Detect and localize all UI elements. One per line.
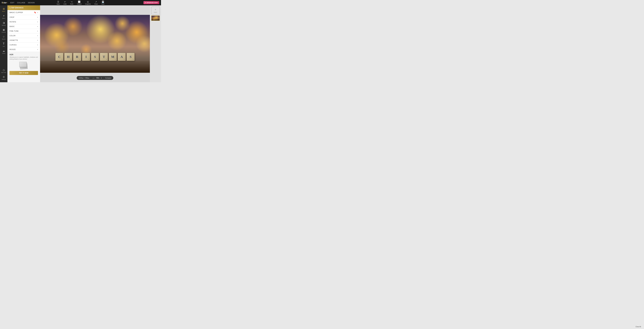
tool-share[interactable]: ↗ Share — [94, 1, 98, 5]
nav-collage[interactable]: COLLAGE — [17, 2, 25, 4]
tool-redo[interactable]: ↪ Redo — [70, 1, 74, 5]
zoom-in-button[interactable]: + — [101, 77, 102, 79]
chevron-down-icon: ▾ — [37, 40, 38, 41]
cloud-icon: ☁ — [2, 50, 5, 52]
photo-background: C 3 H 2 R 1 I 1 — [40, 15, 150, 73]
tool-magic-clipper[interactable]: MAGIC CLIPPER 🔖 ▾ — [8, 10, 40, 15]
tool-undo[interactable]: ↩ Undo — [63, 1, 67, 5]
tool-crop[interactable]: CROP ▾ — [8, 15, 40, 20]
tool-share-label: Share — [94, 3, 98, 5]
image-dimensions: 1920px × 984px — [79, 77, 89, 79]
basic-label: BASIC — [10, 26, 15, 27]
tool-curves[interactable]: CURVES ▾ — [8, 43, 40, 47]
old-fotor-icon: ◷ — [3, 69, 5, 71]
bookmark-icon: 🔖 — [34, 12, 36, 14]
sidebar-item-old-fotor[interactable]: ◷ Old Fotor — [0, 68, 7, 74]
resize-label: RESIZE — [10, 49, 16, 50]
hdr-title: HDR — [10, 54, 38, 56]
tool-original-label: Original — [77, 3, 82, 5]
tile-i: I 1 — [82, 53, 90, 61]
enhance-button[interactable]: 1-TAP ENHANCE — [8, 5, 40, 10]
vignette-label: VIGNETTE — [10, 39, 18, 41]
tool-redo-label: Redo — [70, 3, 74, 5]
text-icon: T — [3, 42, 4, 45]
tool-snapshot[interactable]: ◎ Snapshot — [85, 1, 91, 5]
settings-icon: ⚙ — [3, 76, 5, 78]
layer-3 — [19, 62, 27, 67]
upgrade-button[interactable]: ✦ UPGRADE NOW — [144, 1, 159, 4]
chevron-down-icon: ▾ — [37, 12, 38, 13]
tile-s: S 1 — [91, 53, 99, 61]
sidebar-settings-label: Settings — [2, 79, 6, 80]
hdr-promo: HDR Allowing you to capture highlights, … — [8, 52, 40, 82]
canvas-area: C 3 H 2 R 1 I 1 — [40, 5, 150, 82]
chevron-down-icon: ▾ — [37, 17, 38, 18]
plus-icon: + — [154, 8, 156, 11]
nav-center-tools: ☰ Open ↩ Undo ↪ Redo ⬜ Original ◎ Snapsh… — [56, 1, 104, 5]
save-icon: 💾 — [102, 1, 104, 3]
right-panel: + Import — [150, 5, 161, 82]
sidebar-item-sticker[interactable]: ☺ Sticker — [0, 35, 7, 41]
compare-button[interactable]: Compare — [105, 77, 111, 79]
ground-surface — [40, 61, 150, 73]
tile-c: C 3 — [55, 53, 63, 61]
tool-color[interactable]: COLOR ▾ — [8, 34, 40, 38]
scrabble-tiles-area: C 3 H 2 R 1 I 1 — [55, 53, 134, 61]
tools-panel: 1-TAP ENHANCE MAGIC CLIPPER 🔖 ▾ CROP ▾ R… — [8, 5, 40, 82]
fine-tune-label: FINE-TUNE — [10, 30, 18, 32]
redo-icon: ↪ — [71, 1, 72, 3]
import-button[interactable]: + Import — [151, 7, 160, 15]
logo: fotor ® — [2, 2, 8, 4]
share-icon: ↗ — [95, 1, 97, 3]
sidebar-item-beauty[interactable]: ◑ Beauty — [0, 21, 7, 27]
nav-design[interactable]: DESIGN — [28, 2, 34, 4]
sidebar-beauty-label: Beauty — [2, 25, 6, 26]
tool-original[interactable]: ⬜ Original — [77, 1, 82, 5]
effect-icon: ✦ — [3, 15, 5, 17]
sidebar-item-frames[interactable]: ▣ Frames — [0, 28, 7, 34]
sidebar-sticker-label: Sticker — [2, 39, 6, 40]
crop-label: CROP — [10, 16, 14, 18]
divider — [91, 77, 91, 79]
sidebar-text-label: Text — [3, 46, 5, 47]
tile-a: A 1 — [118, 53, 126, 61]
chevron-down-icon: ▾ — [37, 44, 38, 46]
chevron-down-icon: ▾ — [37, 30, 38, 32]
zoom-out-button[interactable]: — — [92, 77, 94, 79]
import-label: Import — [154, 12, 157, 13]
hdr-description: Allowing you to capture highlights, shad… — [10, 56, 38, 60]
layers-graphic — [19, 62, 28, 69]
nav-edit[interactable]: EDIT — [10, 2, 14, 4]
sidebar-item-cloud[interactable]: ☁ Cloud — [0, 49, 7, 55]
tool-basic[interactable]: BASIC ▾ — [8, 24, 40, 29]
zoom-value: 78% — [96, 77, 99, 79]
tool-resize[interactable]: RESIZE ▾ — [8, 47, 40, 52]
chevron-down-icon: ▾ — [37, 21, 38, 23]
tile-m: M 1 — [109, 53, 117, 61]
status-bar: 1920px × 984px — 78% + Compare — [77, 76, 113, 80]
tool-vignette[interactable]: VIGNETTE ▾ — [8, 38, 40, 43]
beauty-icon: ◑ — [3, 21, 5, 24]
tool-open[interactable]: ☰ Open — [56, 1, 60, 5]
basic-icon: ⊞ — [3, 8, 5, 10]
sidebar-frames-label: Frames — [2, 32, 6, 33]
photo-thumbnail[interactable] — [151, 16, 160, 21]
frames-icon: ▣ — [3, 28, 5, 31]
chevron-down-icon: ▾ — [37, 49, 38, 50]
tile-s2: S 1 — [126, 53, 134, 61]
sidebar-cloud-label: Cloud — [2, 53, 5, 54]
nav-links: EDIT COLLAGE DESIGN — [10, 2, 35, 4]
hdr-image — [10, 62, 38, 69]
sidebar-item-basic[interactable]: ⊞ Basic — [0, 7, 7, 13]
sidebar-item-settings[interactable]: ⚙ Settings — [0, 75, 7, 81]
snapshot-icon: ◎ — [87, 1, 89, 3]
try-it-now-button[interactable]: TRY IT NOW — [10, 71, 38, 75]
tile-h: H 2 — [64, 53, 72, 61]
sidebar-item-effect[interactable]: ✦ Effect — [0, 14, 7, 20]
tool-fine-tune[interactable]: FINE-TUNE ▾ — [8, 29, 40, 34]
sidebar-item-text[interactable]: T Text — [0, 41, 7, 48]
top-nav: fotor ® EDIT COLLAGE DESIGN ☰ Open ↩ Und… — [0, 0, 161, 5]
tool-rotate[interactable]: ROTATE ▾ — [8, 20, 40, 24]
tool-save-label: Save — [101, 3, 104, 5]
tool-save[interactable]: 💾 Save — [101, 1, 104, 5]
